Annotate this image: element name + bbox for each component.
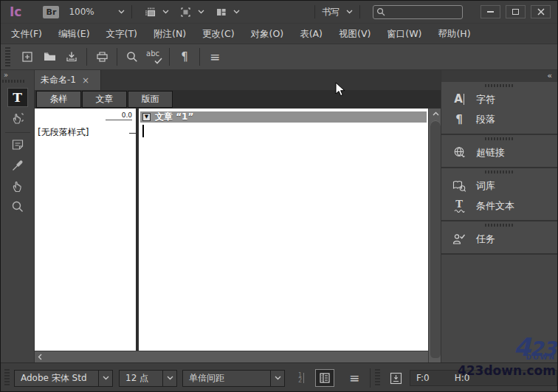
menu-window[interactable]: 窗口(W) — [379, 24, 430, 44]
group-drag-handle[interactable] — [485, 224, 514, 227]
maximize-icon — [512, 9, 519, 15]
print-button[interactable] — [91, 47, 113, 66]
depth-ruler-value: 0.0 — [106, 111, 132, 120]
zoom-tool[interactable] — [7, 197, 28, 216]
tools-panel: » T — [1, 70, 35, 362]
menu-edit[interactable]: 编辑(E) — [50, 24, 98, 44]
note-tool[interactable] — [7, 135, 28, 154]
search-input[interactable] — [385, 7, 462, 17]
chevron-down-icon — [270, 371, 284, 386]
tab-story[interactable]: 文章 — [82, 91, 127, 108]
tab-galley[interactable]: 条样 — [36, 91, 81, 108]
font-family-dropdown[interactable]: Adobe 宋体 Std — [14, 370, 113, 387]
chevron-down-icon — [118, 10, 125, 14]
tab-close-icon[interactable]: × — [82, 76, 89, 85]
panel-paragraph[interactable]: ¶ 段落 — [441, 109, 557, 129]
story-collapse-icon[interactable]: ▼ — [142, 113, 151, 121]
group-drag-handle[interactable] — [485, 84, 514, 87]
panel-assignments[interactable]: 任务 — [441, 229, 557, 249]
menu-object[interactable]: 对象(O) — [243, 24, 292, 44]
menu-changes[interactable]: 更改(C) — [194, 24, 242, 44]
statusbar-drag-handle[interactable] — [4, 369, 10, 387]
vertical-scroll-thumb[interactable] — [430, 120, 441, 358]
incopy-logo: Ic — [10, 4, 21, 19]
screen-mode-icon — [179, 6, 192, 18]
font-size-dropdown[interactable]: 12 点 — [119, 370, 177, 387]
copyfit-drag-handle[interactable] — [375, 369, 380, 387]
panel-conditional-text[interactable]: T 条件文本 — [441, 196, 557, 216]
font-size-value: 12 点 — [120, 372, 162, 385]
close-button[interactable] — [531, 5, 551, 18]
search-box[interactable] — [373, 5, 463, 19]
menu-type[interactable]: 文字(T) — [98, 24, 145, 44]
story-title: 文章 “1” — [155, 111, 193, 123]
hyperlink-icon — [451, 145, 467, 160]
info-column-toggle[interactable] — [315, 369, 334, 387]
separator — [359, 5, 360, 18]
arrange-documents-dropdown[interactable] — [215, 6, 240, 18]
workspace-switcher[interactable]: 书写 — [322, 6, 353, 18]
eyedropper-icon — [10, 158, 25, 173]
dock-header: « — [441, 70, 557, 82]
group-drag-handle[interactable] — [485, 137, 514, 140]
assignments-icon — [451, 232, 467, 247]
position-tool[interactable] — [7, 109, 28, 128]
minimize-icon — [487, 11, 494, 13]
chevron-down-icon — [233, 10, 240, 14]
separator — [131, 5, 132, 18]
maximize-button[interactable] — [506, 5, 526, 18]
view-options-dropdown[interactable] — [144, 6, 169, 18]
menu-view[interactable]: 视图(V) — [331, 24, 379, 44]
app-bar: Ic Br 100% — [1, 1, 557, 23]
chevron-down-icon — [346, 10, 353, 14]
search-icon — [125, 50, 139, 63]
chevron-down-icon — [98, 371, 112, 386]
menu-help[interactable]: 帮助(H) — [430, 24, 478, 44]
footnote-count: F:0 — [416, 373, 430, 383]
panel-group-hyperlinks: 超链接 — [441, 135, 557, 168]
group-drag-handle[interactable] — [485, 171, 514, 173]
menu-file[interactable]: 文件(F) — [3, 24, 50, 44]
tab-layout[interactable]: 版面 — [128, 91, 173, 108]
toolbar-menu-button[interactable]: ≡ — [204, 47, 226, 66]
eyedropper-tool[interactable] — [7, 156, 28, 175]
story-editor[interactable]: ▼ 文章 “1” — [139, 109, 428, 351]
main-area: » T — [1, 70, 557, 362]
conditional-text-icon: T — [451, 199, 467, 213]
hand-tool[interactable] — [7, 176, 28, 196]
type-tool[interactable]: T — [7, 88, 28, 107]
panel-group-assignments: 任务 — [441, 221, 557, 255]
scroll-left-icon[interactable] — [38, 351, 42, 362]
new-document-button[interactable] — [16, 47, 38, 66]
panel-character[interactable]: A 字符 — [441, 89, 557, 109]
collapse-panels-icon[interactable]: « — [547, 70, 552, 82]
find-button[interactable] — [121, 47, 143, 66]
chevron-down-icon — [198, 10, 204, 14]
spell-check-button[interactable]: abc — [143, 47, 165, 66]
story-header[interactable]: ▼ 文章 “1” — [140, 111, 427, 123]
statusbar-menu-button[interactable]: ≡ — [345, 369, 364, 387]
save-button[interactable] — [61, 47, 83, 66]
copyfit-info-strip: F:0 H:0 — [410, 370, 557, 386]
bridge-button[interactable]: Br — [43, 6, 59, 18]
expand-panel-icon[interactable]: » — [4, 71, 8, 79]
minimize-button[interactable] — [480, 5, 500, 18]
leading-dropdown[interactable]: 单倍间距 — [182, 370, 285, 387]
chevron-down-icon — [162, 10, 169, 14]
menu-notes[interactable]: 附注(N) — [145, 24, 194, 44]
line-spacing-button[interactable]: 12 — [292, 369, 311, 387]
panel-thesaurus[interactable]: 词库 — [441, 176, 557, 196]
document-tab-strip: 未命名-1 × — [35, 70, 442, 90]
document-tab[interactable]: 未命名-1 × — [35, 70, 101, 90]
toolbar-drag-handle[interactable] — [5, 47, 10, 66]
view-options-icon — [144, 6, 156, 18]
hidden-characters-button[interactable]: ¶ — [173, 47, 196, 66]
open-button[interactable] — [38, 47, 61, 66]
zoom-level-dropdown[interactable]: 100% — [69, 7, 125, 17]
screen-mode-dropdown[interactable] — [179, 6, 204, 18]
tools-drag-handle[interactable] — [2, 80, 24, 83]
panel-hyperlinks[interactable]: 超链接 — [441, 142, 557, 162]
horizontal-scrollbar[interactable] — [35, 351, 428, 362]
menu-table[interactable]: 表(A) — [292, 24, 331, 44]
copyfit-info-button[interactable] — [386, 369, 405, 387]
